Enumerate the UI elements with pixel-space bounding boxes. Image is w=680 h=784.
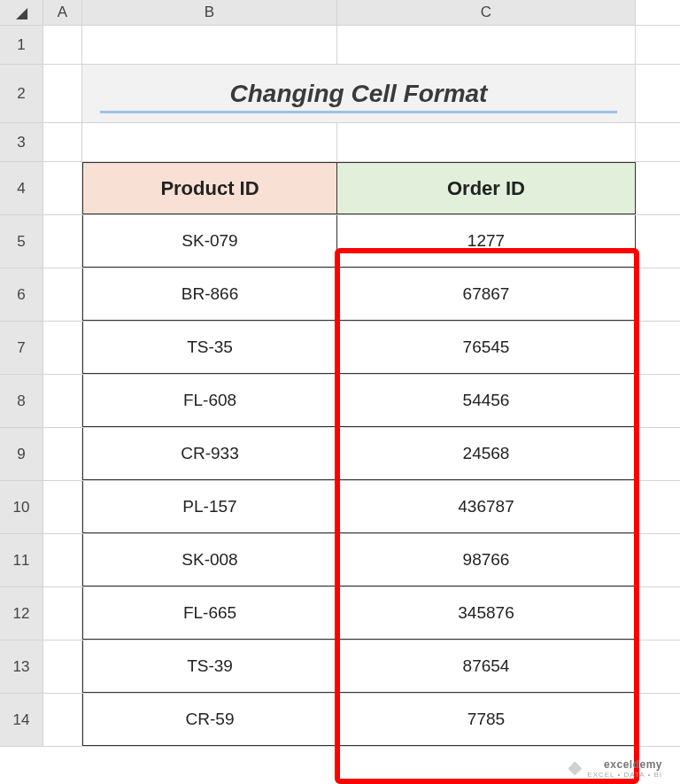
title-text: Changing Cell Format	[230, 80, 488, 108]
cell-product-11[interactable]: SK-008	[82, 534, 337, 586]
cell-product-7[interactable]: TS-35	[82, 322, 337, 374]
row-header-5[interactable]: 5	[0, 215, 43, 268]
cell-product-14[interactable]: CR-59	[82, 694, 337, 746]
row-header-7[interactable]: 7	[0, 322, 43, 374]
cell-a8[interactable]	[43, 375, 82, 427]
watermark-logo-icon	[568, 762, 582, 776]
column-header-b[interactable]: B	[82, 0, 337, 25]
row-13: 13TS-3987654	[0, 640, 680, 694]
watermark-brand: exceldemy	[604, 758, 662, 771]
row-header-14[interactable]: 14	[0, 694, 43, 746]
cell-a1[interactable]	[43, 26, 82, 64]
row-5: 5SK-0791277	[0, 215, 680, 268]
watermark: exceldemy EXCEL • DATA • BI	[568, 758, 662, 779]
row-1: 1	[0, 26, 680, 65]
row-10: 10PL-157436787	[0, 481, 680, 534]
row-header-9[interactable]: 9	[0, 428, 43, 480]
cell-a12[interactable]	[43, 587, 82, 640]
cell-c1[interactable]	[337, 26, 636, 64]
cell-product-5[interactable]: SK-079	[82, 215, 337, 268]
row-2: 2 Changing Cell Format	[0, 65, 680, 123]
row-header-2[interactable]: 2	[0, 65, 43, 122]
cell-product-12[interactable]: FL-665	[82, 587, 337, 640]
row-8: 8FL-60854456	[0, 375, 680, 428]
cell-order-12[interactable]: 345876	[337, 587, 636, 640]
title-underline	[100, 111, 617, 113]
cell-product-9[interactable]: CR-933	[82, 428, 337, 480]
row-9: 9CR-93324568	[0, 428, 680, 481]
row-header-8[interactable]: 8	[0, 375, 43, 427]
cell-a7[interactable]	[43, 322, 82, 374]
cell-a13[interactable]	[43, 640, 82, 693]
row-header-13[interactable]: 13	[0, 640, 43, 693]
cell-b1[interactable]	[82, 26, 337, 64]
cell-c3[interactable]	[337, 123, 636, 161]
row-header-3[interactable]: 3	[0, 123, 43, 161]
row-header-12[interactable]: 12	[0, 587, 43, 640]
header-product-id[interactable]: Product ID	[82, 162, 337, 214]
row-header-10[interactable]: 10	[0, 481, 43, 533]
row-6: 6BR-86667867	[0, 268, 680, 322]
row-header-6[interactable]: 6	[0, 268, 43, 321]
cell-order-7[interactable]: 76545	[337, 322, 636, 374]
select-all-corner[interactable]: ◢	[0, 0, 43, 25]
cell-order-9[interactable]: 24568	[337, 428, 636, 480]
cell-a9[interactable]	[43, 428, 82, 480]
header-order-id[interactable]: Order ID	[337, 162, 636, 214]
watermark-tagline: EXCEL • DATA • BI	[587, 771, 662, 779]
cell-order-10[interactable]: 436787	[337, 481, 636, 533]
cell-b3[interactable]	[82, 123, 337, 161]
cell-a14[interactable]	[43, 694, 82, 746]
cell-order-14[interactable]: 7785	[337, 694, 636, 746]
column-header-a[interactable]: A	[43, 0, 82, 25]
column-header-c[interactable]: C	[337, 0, 636, 25]
column-headers-row: ◢ A B C	[0, 0, 680, 26]
cell-order-11[interactable]: 98766	[337, 534, 636, 586]
cell-product-8[interactable]: FL-608	[82, 375, 337, 427]
cell-product-13[interactable]: TS-39	[82, 640, 337, 693]
row-header-1[interactable]: 1	[0, 26, 43, 64]
row-14: 14CR-597785	[0, 694, 680, 747]
cell-a2[interactable]	[43, 65, 82, 122]
cell-a11[interactable]	[43, 534, 82, 586]
cell-a6[interactable]	[43, 268, 82, 321]
cell-a3[interactable]	[43, 123, 82, 161]
cell-product-6[interactable]: BR-866	[82, 268, 337, 321]
cell-order-6[interactable]: 67867	[337, 268, 636, 321]
row-12: 12FL-665345876	[0, 587, 680, 640]
cell-order-5[interactable]: 1277	[337, 215, 636, 268]
row-11: 11SK-00898766	[0, 534, 680, 587]
cell-order-8[interactable]: 54456	[337, 375, 636, 427]
cell-product-10[interactable]: PL-157	[82, 481, 337, 533]
cell-a10[interactable]	[43, 481, 82, 533]
title-cell[interactable]: Changing Cell Format	[82, 65, 636, 122]
row-header-4[interactable]: 4	[0, 162, 43, 214]
row-7: 7TS-3576545	[0, 322, 680, 375]
row-4: 4 Product ID Order ID	[0, 162, 680, 215]
cell-order-13[interactable]: 87654	[337, 640, 636, 693]
row-3: 3	[0, 123, 680, 162]
cell-a5[interactable]	[43, 215, 82, 268]
cell-a4[interactable]	[43, 162, 82, 214]
row-header-11[interactable]: 11	[0, 534, 43, 586]
